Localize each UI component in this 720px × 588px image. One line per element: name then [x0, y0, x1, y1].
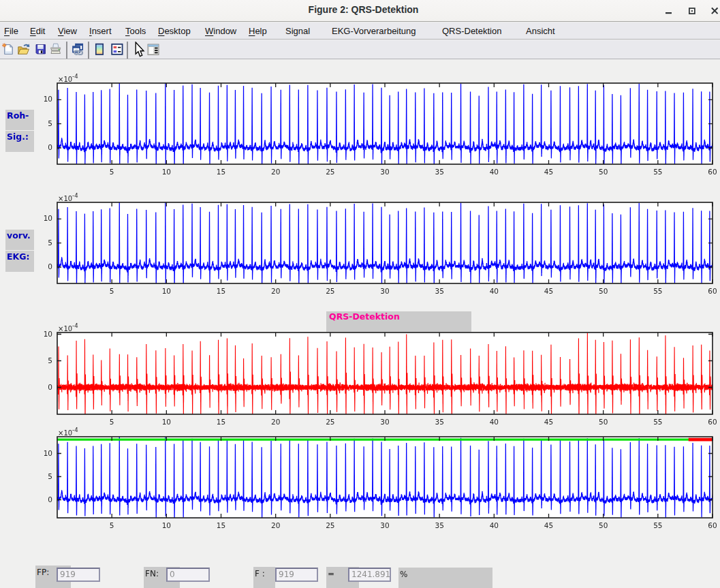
xtick-label: 35: [435, 168, 443, 176]
fp-value: 919: [60, 570, 76, 579]
xtick-label: 10: [162, 168, 171, 176]
ytick-label: 5: [32, 472, 52, 480]
xtick-label: 55: [653, 521, 662, 529]
ytick-label: 0: [32, 383, 52, 391]
label-vorv-text: vorv.: [7, 230, 31, 241]
xtick-label: 45: [544, 521, 553, 529]
xtick-label: 15: [217, 168, 225, 176]
xtick-label: 30: [380, 521, 389, 529]
label-ekg-text: EKG:: [7, 251, 29, 262]
f-field[interactable]: 919: [275, 568, 318, 582]
fn-value: 0: [170, 570, 175, 579]
xtick-label: 10: [162, 287, 171, 295]
xtick-label: 5: [110, 168, 114, 176]
xtick-label: 60: [708, 168, 717, 176]
xtick-label: 5: [110, 287, 114, 295]
ytick-label: 5: [32, 119, 52, 127]
xtick-label: 30: [380, 287, 389, 295]
xtick-label: 30: [380, 168, 389, 176]
percent-label-text: %: [400, 570, 407, 579]
equals-label-text: =: [328, 569, 334, 578]
xtick-label: 15: [217, 418, 225, 426]
label-vorv: vorv.: [5, 230, 34, 250]
label-roh: Roh-: [5, 110, 34, 130]
ytick-label: 5: [32, 356, 52, 365]
plots-canvas[interactable]: [0, 0, 720, 588]
label-sig: Sig.:: [5, 131, 34, 152]
ytick-label: 10: [32, 449, 52, 457]
xtick-label: 25: [326, 418, 334, 426]
xtick-label: 45: [544, 418, 553, 426]
ratio-field[interactable]: 1241.891: [348, 568, 391, 582]
label-sig-text: Sig.:: [7, 131, 29, 142]
label-ekg: EKG:: [5, 251, 34, 272]
label-roh-text: Roh-: [7, 110, 29, 121]
xtick-label: 60: [708, 418, 717, 426]
xtick-label: 40: [490, 521, 499, 529]
fp-field[interactable]: 919: [57, 568, 100, 582]
xtick-label: 20: [271, 287, 280, 295]
xtick-label: 10: [162, 521, 171, 529]
xtick-label: 35: [435, 287, 443, 295]
xtick-label: 25: [326, 521, 334, 529]
xtick-label: 15: [217, 287, 225, 295]
xtick-label: 25: [326, 168, 334, 176]
xtick-label: 50: [599, 521, 608, 529]
plot3-title-box: QRS-Detektion: [326, 311, 471, 332]
ytick-label: 10: [32, 95, 52, 103]
mouse-cursor-icon: [135, 42, 145, 59]
xtick-label: 60: [708, 287, 717, 295]
xtick-label: 55: [653, 418, 662, 426]
xtick-label: 40: [490, 287, 499, 295]
f-value: 919: [279, 570, 294, 579]
ytick-label: 5: [32, 238, 52, 247]
xtick-label: 35: [435, 418, 443, 426]
ytick-label: 10: [32, 330, 52, 338]
xtick-label: 35: [435, 521, 443, 529]
axis-exponent-label: ×10-4: [58, 192, 78, 202]
xtick-label: 40: [490, 418, 499, 426]
xtick-label: 10: [162, 418, 171, 426]
axis-exponent-label: ×10-4: [58, 322, 78, 332]
xtick-label: 45: [544, 287, 553, 295]
ytick-label: 10: [32, 214, 52, 222]
xtick-label: 50: [599, 168, 608, 176]
xtick-label: 20: [271, 168, 280, 176]
ytick-label: 0: [32, 495, 52, 504]
fn-field[interactable]: 0: [166, 568, 210, 582]
xtick-label: 45: [544, 168, 553, 176]
ytick-label: 0: [32, 143, 52, 151]
percent-label: %: [398, 568, 492, 588]
xtick-label: 25: [326, 287, 334, 295]
plot3-title-text: QRS-Detektion: [329, 311, 400, 322]
xtick-label: 30: [380, 418, 389, 426]
xtick-label: 20: [271, 418, 280, 426]
axis-exponent-label: ×10-4: [58, 427, 78, 437]
xtick-label: 55: [653, 287, 662, 295]
matlab-figure-window: Figure 2: QRS-Detektion FileEditViewInse…: [0, 0, 720, 588]
xtick-label: 5: [110, 418, 114, 426]
xtick-label: 60: [708, 521, 717, 529]
xtick-label: 50: [599, 418, 608, 426]
axis-exponent-label: ×10-4: [58, 73, 78, 83]
xtick-label: 5: [110, 521, 114, 529]
xtick-label: 55: [653, 168, 662, 176]
fn-label-text: FN:: [145, 569, 159, 578]
xtick-label: 40: [490, 168, 499, 176]
f-label-text: F :: [255, 569, 265, 578]
ratio-value: 1241.891: [351, 570, 390, 579]
f-label: F :: [253, 567, 275, 588]
xtick-label: 20: [271, 521, 280, 529]
ytick-label: 0: [32, 262, 52, 270]
xtick-label: 50: [599, 287, 608, 295]
fp-label-text: FP:: [37, 568, 49, 577]
xtick-label: 15: [217, 521, 225, 529]
